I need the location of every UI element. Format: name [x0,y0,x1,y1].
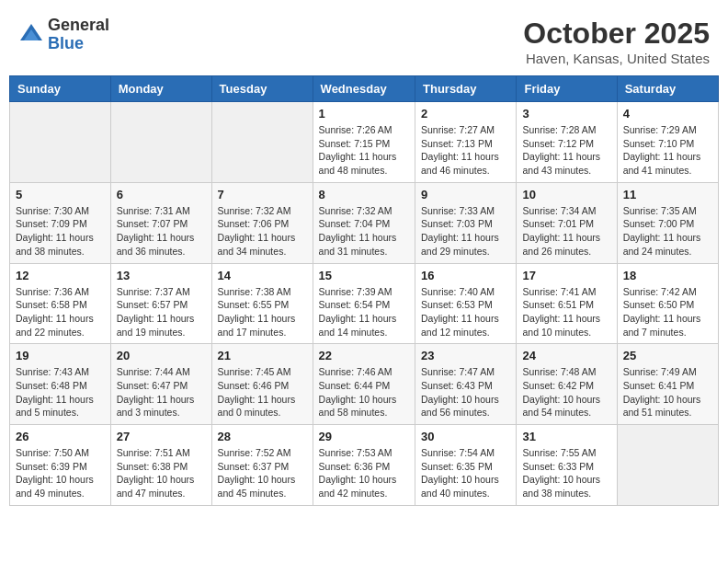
day-info: Sunrise: 7:54 AM Sunset: 6:35 PM Dayligh… [421,446,510,500]
logo: General Blue [18,17,109,53]
day-info: Sunrise: 7:39 AM Sunset: 6:54 PM Dayligh… [319,285,409,339]
calendar-cell: 19Sunrise: 7:43 AM Sunset: 6:48 PM Dayli… [10,344,111,425]
day-info: Sunrise: 7:30 AM Sunset: 7:09 PM Dayligh… [16,204,105,259]
day-number: 9 [421,188,510,201]
day-info: Sunrise: 7:32 AM Sunset: 7:04 PM Dayligh… [319,204,409,259]
calendar-cell [110,102,211,183]
day-number: 7 [218,188,307,201]
day-number: 25 [623,349,712,362]
calendar-cell: 1Sunrise: 7:26 AM Sunset: 7:15 PM Daylig… [313,102,415,183]
day-info: Sunrise: 7:33 AM Sunset: 7:03 PM Dayligh… [421,204,510,259]
day-info: Sunrise: 7:26 AM Sunset: 7:15 PM Dayligh… [319,123,409,178]
logo-general-text: General [48,17,109,35]
calendar-cell: 14Sunrise: 7:38 AM Sunset: 6:55 PM Dayli… [211,263,313,344]
day-info: Sunrise: 7:49 AM Sunset: 6:41 PM Dayligh… [623,365,712,419]
day-number: 3 [522,107,610,121]
day-number: 8 [319,188,409,201]
day-number: 16 [421,269,510,282]
day-number: 6 [117,188,206,201]
calendar-cell: 15Sunrise: 7:39 AM Sunset: 6:54 PM Dayli… [313,263,415,344]
day-info: Sunrise: 7:51 AM Sunset: 6:38 PM Dayligh… [117,446,206,500]
day-number: 2 [421,107,510,121]
day-number: 4 [623,107,712,121]
calendar-cell: 9Sunrise: 7:33 AM Sunset: 7:03 PM Daylig… [415,182,517,263]
weekday-header: Friday [517,76,617,102]
day-number: 28 [218,430,307,443]
calendar-cell: 6Sunrise: 7:31 AM Sunset: 7:07 PM Daylig… [110,182,211,263]
day-number: 27 [117,430,206,443]
day-info: Sunrise: 7:27 AM Sunset: 7:13 PM Dayligh… [421,123,510,178]
calendar-cell: 2Sunrise: 7:27 AM Sunset: 7:13 PM Daylig… [415,102,517,183]
calendar-header-row: SundayMondayTuesdayWednesdayThursdayFrid… [10,76,719,102]
calendar-cell: 31Sunrise: 7:55 AM Sunset: 6:33 PM Dayli… [517,425,617,506]
calendar-week-row: 1Sunrise: 7:26 AM Sunset: 7:15 PM Daylig… [10,102,719,183]
logo-blue-text: Blue [48,35,109,53]
calendar-cell: 12Sunrise: 7:36 AM Sunset: 6:58 PM Dayli… [10,263,111,344]
calendar-cell: 3Sunrise: 7:28 AM Sunset: 7:12 PM Daylig… [517,102,617,183]
day-info: Sunrise: 7:35 AM Sunset: 7:00 PM Dayligh… [623,204,712,259]
day-info: Sunrise: 7:52 AM Sunset: 6:37 PM Dayligh… [218,446,307,500]
calendar-cell: 21Sunrise: 7:45 AM Sunset: 6:46 PM Dayli… [211,344,313,425]
day-info: Sunrise: 7:48 AM Sunset: 6:42 PM Dayligh… [522,365,610,419]
day-number: 18 [623,269,712,282]
calendar-cell: 16Sunrise: 7:40 AM Sunset: 6:53 PM Dayli… [415,263,517,344]
calendar-week-row: 19Sunrise: 7:43 AM Sunset: 6:48 PM Dayli… [10,344,719,425]
day-number: 31 [522,430,610,443]
day-info: Sunrise: 7:46 AM Sunset: 6:44 PM Dayligh… [319,365,409,419]
day-number: 20 [117,349,206,362]
day-info: Sunrise: 7:32 AM Sunset: 7:06 PM Dayligh… [218,204,307,259]
day-info: Sunrise: 7:47 AM Sunset: 6:43 PM Dayligh… [421,365,510,419]
day-number: 13 [117,269,206,282]
calendar-week-row: 12Sunrise: 7:36 AM Sunset: 6:58 PM Dayli… [10,263,719,344]
month-title: October 2025 [523,17,710,51]
day-number: 17 [522,269,610,282]
calendar-cell: 13Sunrise: 7:37 AM Sunset: 6:57 PM Dayli… [110,263,211,344]
location-text: Haven, Kansas, United States [523,51,710,66]
day-info: Sunrise: 7:41 AM Sunset: 6:51 PM Dayligh… [522,285,610,339]
logo-text: General Blue [48,17,109,53]
calendar-cell: 23Sunrise: 7:47 AM Sunset: 6:43 PM Dayli… [415,344,517,425]
calendar-cell: 29Sunrise: 7:53 AM Sunset: 6:36 PM Dayli… [313,425,415,506]
calendar-cell: 24Sunrise: 7:48 AM Sunset: 6:42 PM Dayli… [517,344,617,425]
calendar-cell: 26Sunrise: 7:50 AM Sunset: 6:39 PM Dayli… [10,425,111,506]
calendar-cell: 25Sunrise: 7:49 AM Sunset: 6:41 PM Dayli… [617,344,718,425]
calendar-week-row: 26Sunrise: 7:50 AM Sunset: 6:39 PM Dayli… [10,425,719,506]
weekday-header: Thursday [415,76,517,102]
day-number: 15 [319,269,409,282]
calendar-table: SundayMondayTuesdayWednesdayThursdayFrid… [9,75,719,506]
day-info: Sunrise: 7:40 AM Sunset: 6:53 PM Dayligh… [421,285,510,339]
day-number: 12 [16,269,105,282]
calendar-cell [211,102,313,183]
day-info: Sunrise: 7:28 AM Sunset: 7:12 PM Dayligh… [522,123,610,178]
day-number: 1 [319,107,409,121]
calendar-cell: 17Sunrise: 7:41 AM Sunset: 6:51 PM Dayli… [517,263,617,344]
day-number: 23 [421,349,510,362]
calendar-cell: 28Sunrise: 7:52 AM Sunset: 6:37 PM Dayli… [211,425,313,506]
day-number: 21 [218,349,307,362]
day-info: Sunrise: 7:29 AM Sunset: 7:10 PM Dayligh… [623,123,712,178]
calendar-cell: 22Sunrise: 7:46 AM Sunset: 6:44 PM Dayli… [313,344,415,425]
day-info: Sunrise: 7:55 AM Sunset: 6:33 PM Dayligh… [522,446,610,500]
day-info: Sunrise: 7:31 AM Sunset: 7:07 PM Dayligh… [117,204,206,259]
weekday-header: Monday [110,76,211,102]
calendar-cell [10,102,111,183]
day-info: Sunrise: 7:53 AM Sunset: 6:36 PM Dayligh… [319,446,409,500]
day-number: 26 [16,430,105,443]
weekday-header: Wednesday [313,76,415,102]
calendar-cell: 10Sunrise: 7:34 AM Sunset: 7:01 PM Dayli… [517,182,617,263]
day-number: 5 [16,188,105,201]
day-number: 10 [522,188,610,201]
day-info: Sunrise: 7:36 AM Sunset: 6:58 PM Dayligh… [16,285,105,339]
calendar-cell: 30Sunrise: 7:54 AM Sunset: 6:35 PM Dayli… [415,425,517,506]
day-number: 24 [522,349,610,362]
day-number: 14 [218,269,307,282]
calendar-cell: 27Sunrise: 7:51 AM Sunset: 6:38 PM Dayli… [110,425,211,506]
title-section: October 2025 Haven, Kansas, United State… [523,17,710,66]
calendar-week-row: 5Sunrise: 7:30 AM Sunset: 7:09 PM Daylig… [10,182,719,263]
day-info: Sunrise: 7:42 AM Sunset: 6:50 PM Dayligh… [623,285,712,339]
day-info: Sunrise: 7:43 AM Sunset: 6:48 PM Dayligh… [16,365,105,419]
day-number: 29 [319,430,409,443]
day-number: 30 [421,430,510,443]
day-info: Sunrise: 7:50 AM Sunset: 6:39 PM Dayligh… [16,446,105,500]
calendar-cell: 8Sunrise: 7:32 AM Sunset: 7:04 PM Daylig… [313,182,415,263]
